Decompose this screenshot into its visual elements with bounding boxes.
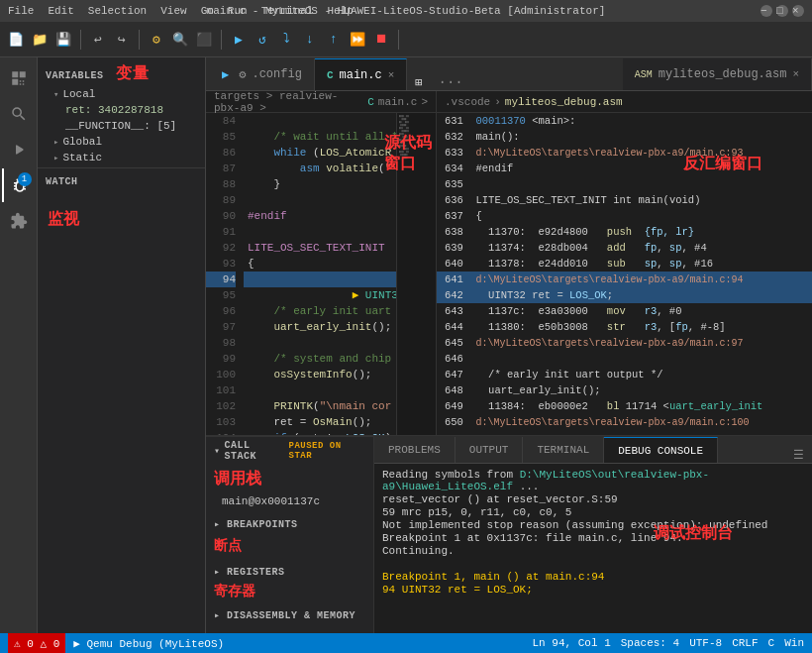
tab-config[interactable]: ▶ ⚙ .config	[206, 58, 315, 90]
menu-view[interactable]: View	[160, 5, 186, 17]
tab-terminal[interactable]: TERMINAL	[523, 437, 604, 463]
console-line-5: Breakpoint 1 at 0x1137c: file main.c, li…	[382, 532, 804, 544]
toolbar-sep-4	[398, 30, 399, 50]
breakpoints-section: ▸ BREAKPOINTS 断点	[206, 515, 373, 559]
asm-breadcrumb-sep: ›	[494, 96, 501, 108]
variables-header[interactable]: VARIABLES 变量	[38, 59, 205, 86]
toolbar-step-into[interactable]: ↓	[300, 30, 320, 50]
status-errors[interactable]: ⚠ 0 △ 0	[8, 633, 65, 653]
toolbar-build[interactable]: ⚙	[147, 30, 166, 50]
disasm-arrow: ▸	[214, 610, 227, 621]
toolbar-continue[interactable]: ⏩	[348, 30, 367, 50]
breadcrumb-file-icon: C	[367, 96, 374, 108]
breakpoints-chinese-label: 断点	[214, 537, 242, 553]
tab-split-icon[interactable]: ⊞	[407, 75, 430, 90]
menu-selection[interactable]: Selection	[88, 5, 147, 17]
toolbar-new-file[interactable]: 📄	[6, 30, 26, 50]
disasm-header[interactable]: ▸ DISASSEMBLY & MEMORY	[206, 606, 373, 624]
status-encoding[interactable]: UTF-8	[689, 637, 722, 649]
bottom-split: ▾ CALL STACK PAUSED ON STAR 调用栈 main@0x0…	[206, 436, 812, 633]
code-line: #endif	[244, 208, 396, 224]
toolbar-search[interactable]: 🔍	[170, 30, 190, 50]
asm-line-642: 642 UINT32 ret = LOS_OK;	[437, 287, 812, 303]
toolbar-step-over[interactable]: ⤵	[276, 30, 296, 50]
panel-menu-icon[interactable]: ☰	[785, 448, 812, 463]
tab-output[interactable]: OUTPUT	[456, 437, 524, 463]
activity-search[interactable]	[2, 97, 36, 131]
status-line-ending[interactable]: CRLF	[732, 637, 758, 649]
window-title: main.c - MyLiteOS - HUAWEI-LiteOS-Studio…	[207, 5, 606, 17]
toolbar-open[interactable]: 📁	[30, 30, 50, 50]
toolbar-redo[interactable]: ↪	[112, 30, 132, 50]
debug-console-content[interactable]: Reading symbols from D:\MyLiteOS\out\rea…	[374, 464, 812, 633]
tab-problems[interactable]: PROBLEMS	[374, 437, 456, 463]
registers-arrow: ▸	[214, 567, 227, 578]
close-button[interactable]: ×	[792, 5, 804, 17]
ret-variable[interactable]: ret: 3402287818	[38, 102, 205, 118]
tab-more[interactable]: ···	[431, 74, 471, 90]
bottom-tabs: PROBLEMS OUTPUT TERMINAL DEBUG CONSOLE ☰	[374, 436, 812, 464]
asm-line: 649 11384: eb0000e2 bl 11714 <uart_early…	[437, 398, 812, 414]
toolbar-stop-build[interactable]: ⬛	[194, 30, 214, 50]
asm-line: 632 main():	[437, 129, 812, 145]
activity-bar: 1	[0, 57, 38, 633]
tab-run-icon[interactable]: ▶	[218, 67, 233, 82]
activity-extensions[interactable]	[2, 204, 36, 238]
console-line-7	[382, 558, 804, 570]
console-line-1: Reading symbols from D:\MyLiteOS\out\rea…	[382, 469, 804, 492]
toolbar: 📄 📁 💾 ↩ ↪ ⚙ 🔍 ⬛ ▶ ↺ ⤵ ↓ ↑ ⏩ ⏹	[0, 22, 812, 57]
asm-lines-area[interactable]: 631 00011370 <main>: 632 main(): 633 d:\…	[437, 113, 812, 435]
status-spaces[interactable]: Spaces: 4	[621, 637, 679, 649]
tab-main-c-close[interactable]: ×	[388, 69, 395, 81]
toolbar-play-debug[interactable]: ▶	[229, 30, 249, 50]
watch-header[interactable]: WATCH	[38, 172, 205, 189]
activity-source-control[interactable]	[2, 133, 36, 166]
code-line: asm volatile("	[244, 161, 396, 176]
call-stack-label: ▾	[214, 445, 221, 457]
call-stack-chinese-label: 调用栈	[214, 470, 261, 487]
toolbar-undo[interactable]: ↩	[88, 30, 108, 50]
tab-c-icon: C	[327, 69, 334, 81]
registers-header[interactable]: ▸ REGISTERS	[206, 563, 373, 581]
code-line: if (ret != LOS_OK)	[244, 430, 396, 435]
call-stack-item[interactable]: main@0x0001137c	[206, 493, 373, 509]
tab-asm-close[interactable]: ×	[792, 68, 799, 80]
code-line: uart_early_init();	[244, 319, 396, 335]
toolbar-sep-2	[139, 30, 140, 50]
status-lang[interactable]: C	[768, 637, 775, 649]
menu-file[interactable]: File	[8, 5, 34, 17]
toolbar-step-out[interactable]: ↑	[324, 30, 344, 50]
status-debug-label[interactable]: ▶ Qemu Debug (MyLiteOS)	[73, 637, 224, 650]
code-line: /* early init uart	[244, 303, 396, 319]
registers-chinese-label: 寄存器	[214, 583, 255, 599]
activity-debug[interactable]: 1	[2, 168, 36, 202]
static-arrow: ▸	[53, 153, 58, 163]
tab-asm[interactable]: ASM myliteos_debug.asm ×	[623, 58, 812, 90]
activity-explorer[interactable]	[2, 61, 36, 95]
asm-line: 635	[437, 176, 812, 192]
menu-edit[interactable]: Edit	[48, 5, 73, 17]
tab-debug-console[interactable]: DEBUG CONSOLE	[604, 437, 718, 463]
asm-line: 646	[437, 351, 812, 367]
static-item[interactable]: ▸ Static	[38, 150, 205, 165]
call-stack-header[interactable]: ▾ CALL STACK PAUSED ON STAR	[206, 437, 373, 465]
asm-breadcrumb-vscode: .vscode	[445, 96, 490, 108]
code-lines-area[interactable]: 8485868788 8990919293 94 9596979899 1001…	[206, 113, 396, 435]
global-item[interactable]: ▸ Global	[38, 134, 205, 150]
breakpoints-header[interactable]: ▸ BREAKPOINTS	[206, 515, 373, 533]
function-variable[interactable]: __FUNCTION__: [5]	[38, 118, 205, 134]
toolbar-save[interactable]: 💾	[53, 30, 73, 50]
window-controls[interactable]: − □ ×	[761, 5, 804, 17]
toolbar-restart[interactable]: ↺	[253, 30, 272, 50]
status-line[interactable]: Ln 94, Col 1	[533, 637, 611, 649]
status-platform[interactable]: Win	[784, 637, 804, 649]
maximize-button[interactable]: □	[776, 5, 788, 17]
local-label: Local	[62, 88, 95, 100]
tab-main-c[interactable]: C main.c ×	[315, 58, 407, 90]
debug-console-panel: PROBLEMS OUTPUT TERMINAL DEBUG CONSOLE ☰…	[374, 436, 812, 633]
toolbar-stop-debug[interactable]: ⏹	[371, 30, 391, 50]
paused-label: PAUSED ON STAR	[289, 441, 365, 461]
local-item[interactable]: ▾ Local	[38, 86, 205, 102]
minimize-button[interactable]: −	[761, 5, 772, 17]
breadcrumb-path: targets > realview-pbx-a9 >	[214, 91, 363, 114]
